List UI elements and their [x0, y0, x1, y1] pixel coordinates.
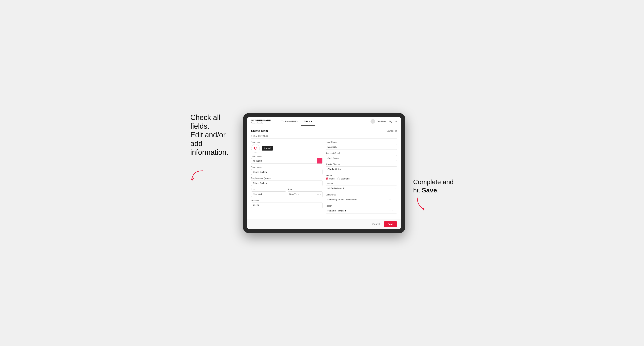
division-group: Division NCAA Division III NCAA Division… — [326, 182, 397, 191]
team-logo-group: Team logo C Upload — [251, 141, 322, 153]
annotation-right-plain: hit — [413, 186, 422, 194]
form-title: Create Team — [251, 129, 268, 133]
athletic-director-label: Athletic Director — [326, 163, 397, 166]
assistant-coach-input[interactable] — [326, 155, 397, 161]
gender-row: Mens Womens — [326, 177, 397, 180]
annotation-right-bold: Save — [422, 186, 437, 194]
sign-out-button[interactable]: Sign out — [389, 120, 397, 123]
assistant-coach-label: Assistant Coach — [326, 152, 397, 154]
city-label: City — [251, 188, 286, 191]
colour-field-wrapper — [251, 158, 322, 164]
city-state-group: City State New York ✕ — [251, 188, 322, 197]
form-header: Create Team Cancel ✕ — [251, 129, 397, 133]
athletic-director-group: Athletic Director — [326, 163, 397, 172]
section-label: TEAM DETAILS — [251, 135, 397, 139]
left-annotation: Check all fields. Edit and/or add inform… — [190, 113, 235, 183]
gender-womens-label[interactable]: Womens — [337, 177, 350, 180]
division-label: Division — [326, 182, 397, 185]
team-colour-group: Team colour — [251, 155, 322, 164]
right-annotation: Complete and hit Save. — [413, 178, 454, 212]
logo-area: C Upload — [251, 144, 322, 153]
display-name-group: Display name (unique) — [251, 177, 322, 186]
head-coach-group: Head Coach — [326, 141, 397, 150]
head-coach-label: Head Coach — [326, 141, 397, 143]
city-input[interactable] — [251, 191, 286, 197]
nav-links: TOURNAMENTS TEAMS — [277, 117, 370, 126]
user-avatar — [370, 119, 375, 124]
zip-code-label: Zip code — [251, 199, 322, 202]
team-colour-input[interactable] — [251, 158, 317, 164]
logo-initial: C — [254, 146, 257, 151]
display-name-input[interactable] — [251, 180, 322, 186]
annotation-line-3: information. — [190, 148, 235, 157]
annotation-line-2: Edit and/or add — [190, 131, 235, 148]
region-label: Region — [326, 205, 397, 207]
gender-label: Gender — [326, 174, 397, 177]
division-select-wrapper: NCAA Division III NCAA Division I NCAA D… — [326, 185, 397, 191]
assistant-coach-group: Assistant Coach — [326, 152, 397, 161]
state-select-wrapper: New York ✕ ⌃⌄ — [288, 191, 322, 197]
annotation-right-period: . — [437, 186, 439, 194]
team-logo-label: Team logo — [251, 141, 322, 143]
division-select[interactable]: NCAA Division III NCAA Division I NCAA D… — [326, 185, 397, 191]
logo-circle: C — [251, 144, 260, 153]
close-icon: ✕ — [395, 130, 397, 132]
zip-code-input[interactable] — [251, 202, 322, 208]
form-grid: Team logo C Upload Team colour — [251, 141, 397, 216]
brand-logo: SCOREBOARD Powered by clipp — [251, 119, 271, 124]
team-name-group: Team name — [251, 166, 322, 175]
conference-group: Conference University Athletic Associati… — [326, 194, 397, 202]
cancel-label: Cancel — [386, 130, 394, 132]
left-annotation-arrow — [190, 169, 207, 181]
navbar: SCOREBOARD Powered by clipp TOURNAMENTS … — [247, 117, 401, 126]
gender-group: Gender Mens Womens — [326, 174, 397, 180]
brand-title: SCOREBOARD — [251, 119, 271, 122]
region-clear-icon[interactable]: ✕ — [389, 209, 391, 212]
gender-mens-text: Mens — [329, 177, 335, 180]
gender-mens-label[interactable]: Mens — [326, 177, 335, 180]
display-name-label: Display name (unique) — [251, 177, 322, 179]
conference-arrow-icon: ⌃⌄ — [392, 198, 395, 200]
cancel-x-button[interactable]: Cancel ✕ — [386, 130, 397, 132]
athletic-director-input[interactable] — [326, 166, 397, 172]
region-arrow-icon: ⌃⌄ — [392, 210, 395, 212]
region-value: Region II - (M) DIII — [328, 209, 388, 212]
state-group: State New York ✕ ⌃⌄ — [288, 188, 322, 197]
zip-code-group: Zip code — [251, 199, 322, 208]
tablet-screen: SCOREBOARD Powered by clipp TOURNAMENTS … — [247, 117, 401, 229]
user-label: Test User | — [376, 120, 387, 123]
state-label: State — [288, 188, 322, 191]
gender-womens-radio[interactable] — [337, 177, 340, 180]
footer-save-button[interactable]: Save — [384, 221, 397, 227]
annotation-line-1: Check all fields. — [190, 113, 235, 131]
nav-teams[interactable]: TEAMS — [301, 117, 315, 126]
conference-value: University Athletic Association — [328, 198, 388, 201]
navbar-right: Test User | Sign out — [370, 119, 397, 124]
colour-swatch[interactable] — [317, 158, 322, 164]
nav-tournaments[interactable]: TOURNAMENTS — [277, 117, 301, 126]
right-annotation-arrow — [413, 196, 430, 212]
left-column: Team logo C Upload Team colour — [251, 141, 322, 216]
conference-label: Conference — [326, 194, 397, 196]
gender-womens-text: Womens — [341, 177, 350, 180]
team-name-label: Team name — [251, 166, 322, 168]
gender-mens-radio[interactable] — [326, 177, 328, 180]
annotation-right-line1: Complete and — [413, 178, 454, 186]
form-footer: Cancel Save — [247, 219, 401, 229]
upload-button[interactable]: Upload — [262, 146, 273, 151]
annotation-right-line2: hit Save. — [413, 186, 439, 195]
team-name-input[interactable] — [251, 169, 322, 175]
city-group: City — [251, 188, 286, 197]
tablet-frame: SCOREBOARD Powered by clipp TOURNAMENTS … — [243, 113, 405, 233]
city-state-row: City State New York ✕ — [251, 188, 322, 197]
conference-clear-icon[interactable]: ✕ — [389, 198, 391, 200]
region-tag-select[interactable]: Region II - (M) DIII ✕ ⌃⌄ — [326, 208, 397, 213]
right-column: Head Coach Assistant Coach Athletic Dire… — [326, 141, 397, 216]
footer-cancel-button[interactable]: Cancel — [370, 222, 382, 227]
state-clear-icon[interactable]: ✕ — [317, 193, 319, 195]
brand-sub: Powered by clipp — [251, 122, 271, 124]
head-coach-input[interactable] — [326, 144, 397, 150]
team-colour-label: Team colour — [251, 155, 322, 157]
form-container: Create Team Cancel ✕ TEAM DETAILS Team l… — [247, 126, 401, 219]
conference-tag-select[interactable]: University Athletic Association ✕ ⌃⌄ — [326, 197, 397, 202]
